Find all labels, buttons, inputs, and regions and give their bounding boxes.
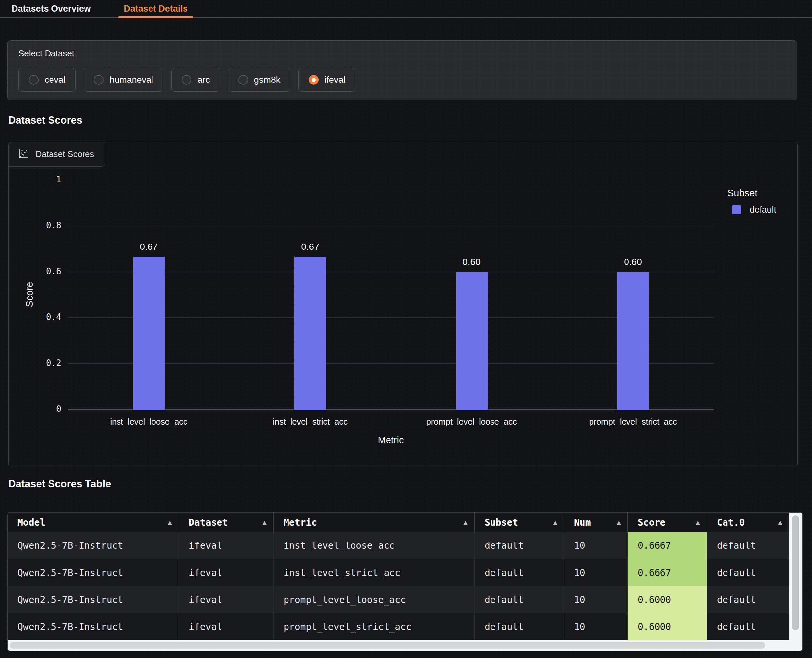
table-cell: prompt_level_strict_acc xyxy=(274,613,475,640)
dataset-scores-heading: Dataset Scores xyxy=(8,114,82,126)
dataset-option-gsm8k[interactable]: gsm8k xyxy=(228,68,291,92)
column-header-metric[interactable]: Metric▲ xyxy=(274,513,475,532)
table-cell: prompt_level_loose_acc xyxy=(274,586,475,613)
dataset-option-humaneval[interactable]: humaneval xyxy=(83,68,163,92)
dataset-option-label: ifeval xyxy=(324,75,345,85)
y-axis-tick-label: 0.6 xyxy=(9,266,61,276)
bar-prompt_level_strict_acc[interactable] xyxy=(617,272,649,409)
radio-unselected-icon xyxy=(94,75,103,85)
table-row: Qwen2.5-7B-Instructifevalprompt_level_st… xyxy=(8,613,789,640)
table-cell: inst_level_loose_acc xyxy=(274,532,475,559)
bar-value-label: 0.60 xyxy=(597,257,669,267)
radio-unselected-icon xyxy=(29,75,39,85)
dataset-scores-table-heading: Dataset Scores Table xyxy=(8,478,111,490)
table-row: Qwen2.5-7B-Instructifevalprompt_level_lo… xyxy=(8,586,789,613)
bar-inst_level_strict_acc[interactable] xyxy=(295,257,326,409)
table-header-row: Model▲Dataset▲Metric▲Subset▲Num▲Score▲Ca… xyxy=(8,513,789,532)
score-cell: 0.6667 xyxy=(628,532,707,559)
y-axis-tick-label: 0.8 xyxy=(9,221,61,230)
column-header-model[interactable]: Model▲ xyxy=(8,513,179,532)
legend-swatch-icon xyxy=(732,205,741,214)
table-cell: Qwen2.5-7B-Instruct xyxy=(8,613,179,640)
dataset-radio-group: cevalhumanevalarcgsm8kifeval xyxy=(19,68,786,92)
dataset-option-ceval[interactable]: ceval xyxy=(19,68,75,92)
table-row: Qwen2.5-7B-Instructifevalinst_level_stri… xyxy=(8,559,789,586)
y-axis-tick-label: 0.4 xyxy=(9,312,61,322)
column-header-label: Score xyxy=(638,517,665,528)
bar-value-label: 0.67 xyxy=(113,241,185,252)
column-header-cat-0[interactable]: Cat.0▲ xyxy=(707,513,789,532)
legend-item-default[interactable]: default xyxy=(727,205,776,215)
table-cell: default xyxy=(707,586,789,613)
table-cell: ifeval xyxy=(179,532,274,559)
column-header-dataset[interactable]: Dataset▲ xyxy=(179,513,274,532)
column-header-subset[interactable]: Subset▲ xyxy=(475,513,564,532)
table-cell: default xyxy=(475,613,564,640)
radio-unselected-icon xyxy=(182,75,191,85)
y-axis-tick-label: 1 xyxy=(9,175,61,185)
gridline xyxy=(68,226,714,226)
column-header-label: Subset xyxy=(484,517,518,528)
sort-ascending-icon: ▲ xyxy=(262,519,267,526)
score-cell: 0.6000 xyxy=(628,613,707,640)
y-axis-title: Score xyxy=(24,262,35,327)
dataset-option-ifeval[interactable]: ifeval xyxy=(298,68,356,92)
bar-value-label: 0.67 xyxy=(274,241,346,252)
dataset-option-arc[interactable]: arc xyxy=(171,68,220,92)
score-cell: 0.6667 xyxy=(628,559,707,586)
dataset-option-label: arc xyxy=(198,75,210,85)
sort-ascending-icon: ▲ xyxy=(696,519,700,526)
vertical-scrollbar[interactable] xyxy=(789,513,803,651)
table-cell: 10 xyxy=(564,532,628,559)
tab-datasets-overview[interactable]: Datasets Overview xyxy=(11,0,91,17)
select-dataset-label: Select Dataset xyxy=(19,49,786,59)
table-cell: default xyxy=(707,559,789,586)
table-cell: ifeval xyxy=(179,559,274,586)
tab-dataset-details[interactable]: Dataset Details xyxy=(124,0,188,17)
horizontal-scrollbar[interactable] xyxy=(8,640,789,651)
radio-selected-icon xyxy=(309,75,318,85)
sort-ascending-icon: ▲ xyxy=(168,519,172,526)
table-cell: default xyxy=(475,532,564,559)
chart-label-text: Dataset Scores xyxy=(36,149,94,160)
tab-bar: Datasets Overview Dataset Details xyxy=(0,0,812,18)
radio-unselected-icon xyxy=(238,75,248,85)
x-axis-tick-label: prompt_level_strict_acc xyxy=(538,417,729,427)
table-cell: 10 xyxy=(564,586,628,613)
sort-ascending-icon: ▲ xyxy=(617,519,621,526)
table-cell: Qwen2.5-7B-Instruct xyxy=(8,532,179,559)
dataset-option-label: ceval xyxy=(45,75,65,85)
vertical-scrollbar-thumb[interactable] xyxy=(792,515,799,630)
column-header-label: Cat.0 xyxy=(717,517,745,528)
horizontal-scrollbar-thumb[interactable] xyxy=(9,642,765,649)
table-cell: Qwen2.5-7B-Instruct xyxy=(8,586,179,613)
bar-chart: 00.20.40.60.81Score0.67inst_level_loose_… xyxy=(9,142,798,466)
table-cell: default xyxy=(475,559,564,586)
bar-prompt_level_loose_acc[interactable] xyxy=(456,272,488,409)
dataset-scores-chart-panel: Dataset Scores 00.20.40.60.81Score0.67in… xyxy=(8,142,798,466)
bar-inst_level_loose_acc[interactable] xyxy=(133,257,165,409)
y-axis-tick-label: 0 xyxy=(9,404,61,414)
dataset-option-label: humaneval xyxy=(110,75,153,85)
x-axis-title: Metric xyxy=(351,435,430,445)
y-axis-tick-label: 0.2 xyxy=(9,358,61,368)
bar-value-label: 0.60 xyxy=(435,257,508,267)
column-header-label: Model xyxy=(17,517,45,528)
table-cell: Qwen2.5-7B-Instruct xyxy=(8,559,179,586)
table-cell: ifeval xyxy=(179,586,274,613)
table-cell: default xyxy=(707,613,789,640)
column-header-score[interactable]: Score▲ xyxy=(628,513,707,532)
chart-label-tab: Dataset Scores xyxy=(8,142,105,167)
table-cell: 10 xyxy=(564,613,628,640)
sort-ascending-icon: ▲ xyxy=(553,519,557,526)
sort-ascending-icon: ▲ xyxy=(464,519,468,526)
column-header-label: Metric xyxy=(284,517,317,528)
column-header-label: Dataset xyxy=(189,517,228,528)
scatter-chart-icon xyxy=(17,148,29,160)
table-cell: inst_level_strict_acc xyxy=(274,559,475,586)
column-header-num[interactable]: Num▲ xyxy=(564,513,628,532)
table-cell: default xyxy=(475,586,564,613)
column-header-label: Num xyxy=(574,517,591,528)
legend-title: Subset xyxy=(727,188,776,199)
table-row: Qwen2.5-7B-Instructifevalinst_level_loos… xyxy=(8,532,789,559)
